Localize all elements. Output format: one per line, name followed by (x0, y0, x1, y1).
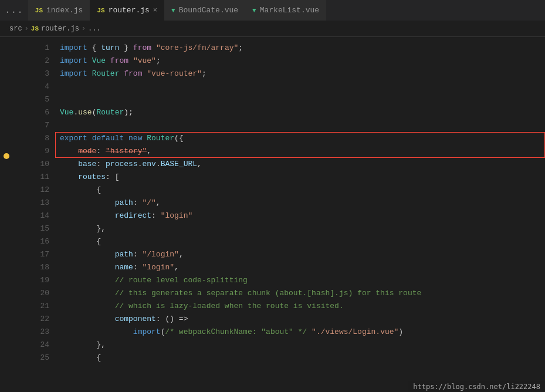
plain: ( (92, 106, 97, 119)
prop-path: path (115, 197, 133, 209)
indent (60, 222, 96, 235)
code-line-2: import Vue from "vue" ; (60, 55, 545, 67)
window-dots[interactable]: ... (5, 5, 23, 16)
env-env: env (142, 158, 155, 171)
indent (60, 313, 115, 326)
code-line-15: }, (60, 222, 545, 235)
indent (60, 145, 78, 158)
plain (87, 55, 92, 67)
breakpoint-dot[interactable] (4, 153, 9, 159)
code-line-8: export default new Router ({ (60, 132, 545, 145)
plain: , (174, 261, 179, 274)
indent (60, 184, 96, 197)
plain (142, 67, 147, 80)
plain: { (87, 42, 101, 55)
plain (151, 42, 156, 55)
line-num-18: 18 (28, 261, 49, 274)
indent (60, 171, 78, 184)
code-line-25: { (60, 352, 545, 364)
classname-router2: Router (96, 106, 124, 119)
indent (60, 352, 96, 364)
keyword-import: import (60, 67, 87, 80)
line-num-4: 4 (28, 80, 49, 93)
plain: : (133, 248, 143, 261)
sidebar-gutter (0, 37, 28, 392)
code-line-13: path : "/" , (60, 197, 545, 209)
keyword-import: import (60, 55, 87, 67)
indent (60, 197, 115, 209)
plain: , (179, 248, 184, 261)
tab-index-js[interactable]: JS index.js (28, 0, 90, 21)
str-name-login: "login" (142, 261, 174, 274)
code-line-22: component : () => (60, 313, 545, 326)
plain (106, 55, 110, 67)
line-num-1: 1 (28, 42, 49, 55)
keyword-from: from (133, 42, 151, 55)
line-num-7: 7 (28, 119, 49, 132)
classname-vue: Vue (92, 55, 106, 67)
js-icon: JS (35, 7, 43, 14)
code-line-6: Vue . use ( Router ); (60, 106, 545, 119)
str-root: "/" (142, 197, 155, 209)
prop-base: base (78, 158, 96, 171)
str-vue: "vue" (133, 55, 156, 67)
line-num-5: 5 (28, 93, 49, 106)
plain: }, (96, 339, 106, 352)
code-content: import { turn } from "core-js/fn/array" … (55, 37, 545, 392)
plain (87, 67, 92, 80)
highlighted-block: export default new Router ({ mode : "his… (60, 132, 545, 158)
keyword-import: import (60, 42, 87, 55)
plain (128, 55, 133, 67)
line-numbers: 1 2 3 4 5 6 7 8 9 10 11 12 13 14 15 16 1… (28, 37, 55, 392)
code-line-4 (60, 80, 545, 93)
title-bar: ... JS index.js JS router.js × ▼ BoundCa… (0, 0, 545, 21)
plain: ; (202, 67, 207, 80)
breadcrumb-sep2: › (82, 25, 86, 33)
var-turn: turn (101, 42, 119, 55)
line-num-24: 24 (28, 339, 49, 352)
editor: 1 2 3 4 5 6 7 8 9 10 11 12 13 14 15 16 1… (0, 37, 545, 392)
code-line-10: base : process . env . BASE_URL , (60, 158, 545, 171)
code-line-5 (60, 93, 545, 106)
plain: , (156, 197, 161, 209)
line-num-14: 14 (28, 209, 49, 222)
indent (60, 209, 115, 222)
prop-routes: routes (78, 171, 106, 184)
breadcrumb-ellipsis: ... (88, 25, 101, 33)
breadcrumb-sep: › (25, 25, 29, 33)
keyword-from: from (124, 67, 142, 80)
line-num-8: 8 (28, 132, 49, 145)
plain: ; (156, 55, 161, 67)
plain: ) (398, 326, 403, 339)
url-bar: https://blog.csdn.net/li222248 (408, 381, 545, 392)
breadcrumb: src › JS router.js › ... (0, 21, 545, 37)
str-vue-router: "vue-router" (147, 67, 202, 80)
code-line-24: }, (60, 339, 545, 352)
indent (60, 339, 96, 352)
code-line-14: redirect : "login" (60, 209, 545, 222)
plain (119, 67, 124, 80)
prop-path2: path (115, 248, 133, 261)
indent (60, 261, 115, 274)
plain: : (133, 197, 143, 209)
env-base-url: BASE_URL (161, 158, 197, 171)
indent (60, 300, 115, 313)
line-num-12: 12 (28, 184, 49, 197)
close-icon[interactable]: × (153, 6, 157, 15)
code-line-17: path : "/login" , (60, 248, 545, 261)
line-num-17: 17 (28, 248, 49, 261)
code-line-11: routes : [ (60, 171, 545, 184)
comment-lazy: // which is lazy-loaded when the route i… (115, 300, 344, 313)
plain (307, 326, 312, 339)
indent (60, 326, 133, 339)
tab-router-js[interactable]: JS router.js × (90, 0, 164, 21)
tab-label-markelist-vue: MarkeList.vue (260, 6, 319, 15)
tab-markelist-vue[interactable]: ▼ MarkeList.vue (245, 0, 326, 21)
indent (60, 158, 78, 171)
plain: ( (161, 326, 165, 339)
str-views-login: "./views/Login.vue" (312, 326, 398, 339)
tab-boundcate-vue[interactable]: ▼ BoundCate.vue (164, 0, 245, 21)
vue-icon: ▼ (252, 7, 256, 14)
plain: , (197, 158, 202, 171)
keyword-import2: import (133, 326, 161, 339)
